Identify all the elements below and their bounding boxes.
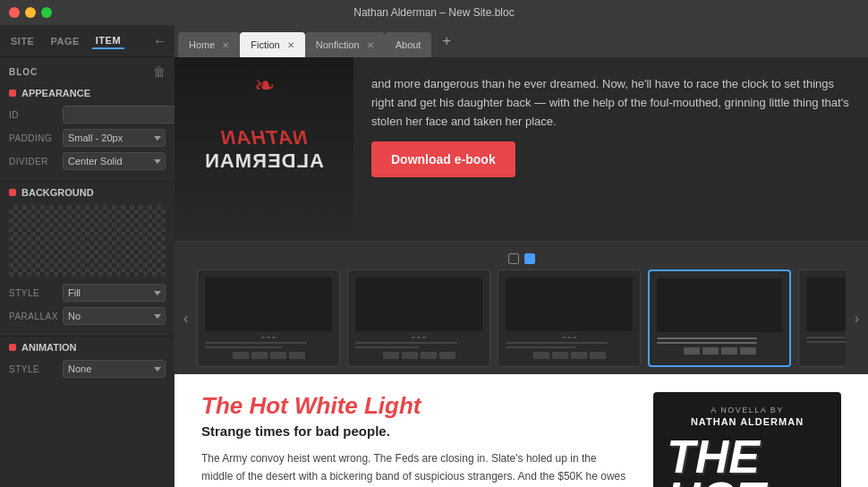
background-dot [9, 189, 16, 196]
carousel-thumbnail-3 [506, 278, 633, 331]
maximize-button[interactable] [41, 7, 52, 18]
carousel-item-lines-1 [205, 342, 332, 348]
parallax-select[interactable]: No [63, 307, 166, 325]
browser-tabs: Home ✕ Fiction ✕ Nonfiction ✕ About + [174, 25, 868, 57]
app-layout: SITE PAGE ITEM ← BLOC 🗑 APPEARANCE ID [0, 25, 868, 487]
carousel-item-4[interactable] [648, 269, 791, 367]
carousel-item-squares-1 [205, 352, 332, 359]
carousel-item-lines-4 [657, 337, 782, 344]
divider-label: DIVIDER [9, 157, 63, 167]
hot-title: THEHOT [667, 436, 828, 487]
carousel-item-lines-2 [355, 342, 482, 348]
padding-select[interactable]: Small - 20px [63, 129, 166, 147]
divider-select[interactable]: Center Solid [63, 152, 166, 170]
carousel-item-2[interactable] [347, 269, 490, 367]
indicator-row [508, 248, 535, 269]
close-nonfiction-tab[interactable]: ✕ [367, 40, 374, 50]
tab-site[interactable]: SITE [7, 34, 38, 48]
close-home-tab[interactable]: ✕ [222, 40, 229, 50]
carousel-item-squares-3 [506, 352, 633, 359]
parallax-field-row: PARALLAX No [9, 307, 166, 325]
ornament-icon: ❧ [254, 71, 275, 100]
style-select[interactable]: Fill [63, 284, 166, 302]
sidebar: SITE PAGE ITEM ← BLOC 🗑 APPEARANCE ID [0, 25, 174, 487]
carousel-dot-2[interactable] [524, 253, 535, 264]
author-first-name: NATHAN [204, 126, 324, 150]
tab-about[interactable]: About [385, 32, 432, 57]
carousel-item-dots-2 [355, 337, 482, 338]
book-info: The Hot White Light Strange times for ba… [201, 392, 626, 487]
delete-icon[interactable]: 🗑 [153, 64, 166, 79]
appearance-title: APPEARANCE [9, 88, 166, 98]
id-input[interactable] [63, 106, 174, 124]
padding-label: PADDING [9, 133, 63, 143]
tab-nonfiction[interactable]: Nonfiction ✕ [305, 32, 385, 57]
hero-description-text: and more dangerous than he ever dreamed.… [371, 75, 850, 131]
main-area: Home ✕ Fiction ✕ Nonfiction ✕ About + [174, 25, 868, 487]
author-last-name: ALDERMAN [204, 150, 324, 173]
carousel-thumbnail-5 [806, 278, 845, 331]
background-section: BACKGROUND STYLE Fill PARALLAX No [0, 182, 174, 337]
animation-title: ANIMATION [9, 342, 166, 353]
book-subtitle: Strange times for bad people. [201, 423, 626, 439]
carousel-thumbnail-4 [657, 278, 782, 332]
background-preview[interactable] [9, 205, 166, 277]
download-button[interactable]: Download e-book [371, 141, 515, 177]
content-area: ❧ NATHAN ALDERMAN and more dangerous tha… [174, 57, 868, 487]
anim-style-label: STYLE [9, 364, 63, 374]
anim-style-field-row: STYLE None [9, 360, 166, 378]
background-title: BACKGROUND [9, 187, 166, 198]
id-field-row: ID [9, 106, 166, 124]
close-button[interactable] [9, 7, 20, 18]
carousel-item-lines-5 [806, 337, 845, 343]
back-button[interactable]: ← [153, 33, 167, 49]
anim-style-select[interactable]: None [63, 360, 166, 378]
book-cover-text: NATHAN ALDERMAN [204, 126, 324, 173]
carousel-items [197, 269, 845, 367]
carousel-item-squares-4 [657, 347, 782, 355]
carousel-item-3[interactable] [498, 269, 641, 367]
bloc-title: BLOC [9, 67, 38, 77]
carousel-section: ‹ [174, 241, 868, 374]
padding-field-row: PADDING Small - 20px [9, 129, 166, 147]
appearance-section: APPEARANCE ID PADDING Small - 20px DIVID… [0, 82, 174, 182]
appearance-dot [9, 90, 16, 97]
carousel-nav: ‹ [174, 269, 868, 367]
add-tab-button[interactable]: + [435, 33, 457, 49]
carousel-dot-1[interactable] [508, 253, 519, 264]
animation-dot [9, 344, 16, 351]
novella-by-label: A NOVELLA BY [711, 406, 784, 414]
carousel-item-dots-1 [205, 337, 332, 338]
id-label: ID [9, 110, 63, 120]
carousel-item-5[interactable] [798, 269, 845, 367]
carousel-item-squares-2 [355, 352, 482, 359]
carousel-next-button[interactable]: › [846, 311, 868, 327]
tab-home[interactable]: Home ✕ [178, 32, 240, 57]
animation-section: ANIMATION STYLE None [0, 337, 174, 389]
bloc-section-header: BLOC 🗑 [0, 57, 174, 82]
carousel-prev-button[interactable]: ‹ [174, 311, 197, 327]
tab-item[interactable]: ITEM [92, 33, 124, 49]
traffic-lights [9, 7, 52, 18]
tab-fiction[interactable]: Fiction ✕ [240, 32, 304, 57]
carousel-thumbnail-2 [355, 278, 482, 331]
carousel-item-lines-3 [506, 342, 633, 348]
novella-author: NATHAN ALDERMAN [691, 416, 804, 427]
parallax-label: PARALLAX [9, 312, 63, 321]
sidebar-content: BLOC 🗑 APPEARANCE ID PADDING Small - 20p… [0, 57, 174, 389]
book-cover-right: A NOVELLA BY NATHAN ALDERMAN THEHOT [653, 392, 841, 487]
book-hero: ❧ NATHAN ALDERMAN and more dangerous tha… [174, 57, 868, 241]
close-fiction-tab[interactable]: ✕ [287, 40, 294, 50]
tab-page[interactable]: PAGE [47, 34, 82, 48]
minimize-button[interactable] [25, 7, 36, 18]
book-body-text: The Army convoy heist went wrong. The Fe… [201, 449, 626, 487]
divider-field-row: DIVIDER Center Solid [9, 152, 166, 170]
title-bar: Nathan Alderman – New Site.bloc [0, 0, 868, 25]
style-label: STYLE [9, 288, 63, 298]
carousel-item-dots-3 [506, 337, 633, 338]
book-title: The Hot White Light [201, 392, 626, 420]
style-field-row: STYLE Fill [9, 284, 166, 302]
white-section: The Hot White Light Strange times for ba… [174, 374, 868, 487]
carousel-item-1[interactable] [197, 269, 340, 367]
book-cover: ❧ NATHAN ALDERMAN [174, 57, 353, 241]
